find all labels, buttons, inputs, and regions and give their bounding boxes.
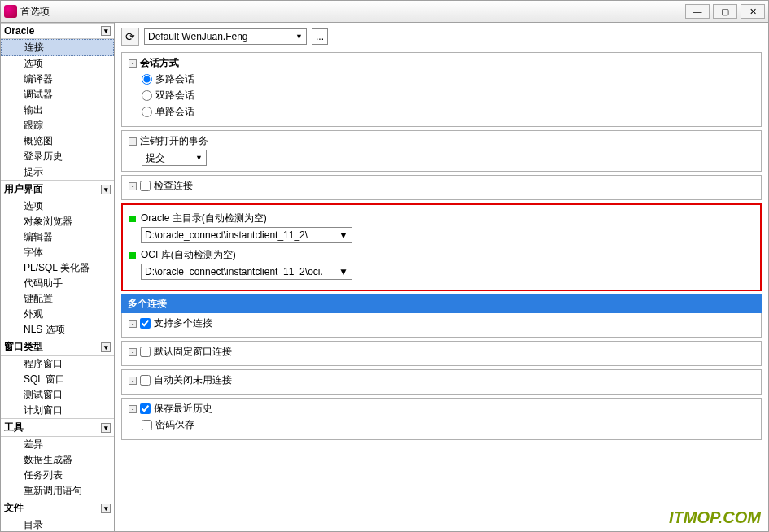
check-label: 支持多个连接 xyxy=(154,316,212,330)
collapse-icon[interactable]: ▾ xyxy=(101,185,111,194)
cat-tools[interactable]: 工具 ▾ xyxy=(1,418,114,437)
collapse-icon[interactable]: ▾ xyxy=(101,26,111,36)
collapse-toggle[interactable]: - xyxy=(129,182,137,190)
oci-lib-combo[interactable]: D:\oracle_connect\instantclient_11_2\oci… xyxy=(141,264,352,280)
oracle-home-label: Oracle 主目录(自动检测为空) xyxy=(129,211,754,225)
sidebar-item[interactable]: 字体 xyxy=(1,245,114,260)
profile-icon[interactable]: ⟳ xyxy=(121,28,139,46)
oracle-home-value: D:\oracle_connect\instantclient_11_2\ xyxy=(145,229,308,241)
multiconn-header: 多个连接 xyxy=(121,294,762,313)
sidebar-item[interactable]: 对象浏览器 xyxy=(1,214,114,229)
sidebar-item[interactable]: 重新调用语句 xyxy=(1,483,114,499)
collapse-icon[interactable]: ▾ xyxy=(101,342,111,352)
maximize-button[interactable]: ▢ xyxy=(713,4,737,19)
radio-single[interactable] xyxy=(142,107,152,117)
session-section: - 会话方式 多路会话 双路会话 单路会话 xyxy=(121,52,762,127)
cat-ui[interactable]: 用户界面 ▾ xyxy=(1,180,114,198)
oci-lib-label: OCI 库(自动检测为空) xyxy=(129,248,754,262)
multiconn-section3: - 自动关闭未用连接 xyxy=(121,369,762,395)
multiconn-section1: - 支持多个连接 xyxy=(121,313,762,338)
check-checkconn[interactable] xyxy=(140,181,151,191)
oci-lib-text: OCI 库(自动检测为空) xyxy=(141,248,236,262)
sidebar-item[interactable]: PL/SQL 美化器 xyxy=(1,260,114,276)
logoff-section: - 注销打开的事务 提交 ▼ xyxy=(121,130,762,172)
collapse-toggle[interactable]: - xyxy=(129,377,137,385)
highlight-region: Oracle 主目录(自动检测为空) D:\oracle_connect\ins… xyxy=(121,203,762,291)
sidebar-item[interactable]: 选项 xyxy=(1,56,114,72)
collapse-icon[interactable]: ▾ xyxy=(101,423,111,433)
main: Oracle ▾ 连接 选项 编译器 调试器 输出 跟踪 概览图 登录历史 提示… xyxy=(0,23,769,532)
radio-label: 双路会话 xyxy=(155,89,194,102)
chevron-down-icon: ▼ xyxy=(339,229,348,241)
watermark: ITMOP.COM xyxy=(669,508,761,527)
radio-multi[interactable] xyxy=(142,74,152,85)
sidebar: Oracle ▾ 连接 选项 编译器 调试器 输出 跟踪 概览图 登录历史 提示… xyxy=(1,23,115,531)
sidebar-item[interactable]: 概览图 xyxy=(1,133,114,149)
logoff-title: 注销打开的事务 xyxy=(140,134,208,148)
collapse-toggle[interactable]: - xyxy=(129,320,137,328)
profile-toolbar: ⟳ Default WenJuan.Feng ▼ ... xyxy=(121,28,762,46)
green-indicator-icon xyxy=(129,252,136,259)
sidebar-item[interactable]: 编译器 xyxy=(1,72,114,87)
check-default-fixed[interactable] xyxy=(140,347,151,357)
collapse-toggle[interactable]: - xyxy=(129,348,137,356)
sidebar-item[interactable]: 目录 xyxy=(1,517,114,531)
green-indicator-icon xyxy=(129,216,136,222)
sidebar-item[interactable]: 编辑器 xyxy=(1,229,114,245)
checkconn-label: 检查连接 xyxy=(154,179,193,193)
sidebar-item[interactable]: 调试器 xyxy=(1,87,114,102)
collapse-icon[interactable]: ▾ xyxy=(101,504,111,513)
cat-files[interactable]: 文件 ▾ xyxy=(1,499,114,517)
cat-label: 工具 xyxy=(4,421,24,434)
sidebar-item[interactable]: 代码助手 xyxy=(1,276,114,291)
check-label: 默认固定窗口连接 xyxy=(154,345,232,359)
sidebar-item[interactable]: 程序窗口 xyxy=(1,356,114,372)
sidebar-item[interactable]: 任务列表 xyxy=(1,468,114,483)
sidebar-item[interactable]: 外观 xyxy=(1,307,114,322)
check-save-history[interactable] xyxy=(140,403,151,414)
cat-label: 用户界面 xyxy=(4,182,43,196)
check-auto-close[interactable] xyxy=(140,375,151,386)
sidebar-item[interactable]: 测试窗口 xyxy=(1,387,114,403)
oracle-home-combo[interactable]: D:\oracle_connect\instantclient_11_2\ ▼ xyxy=(141,227,352,243)
check-save-password[interactable] xyxy=(142,420,152,430)
sidebar-item[interactable]: 差异 xyxy=(1,437,114,452)
chevron-down-icon: ▼ xyxy=(195,154,203,162)
sidebar-item-connect[interactable]: 连接 xyxy=(1,39,114,56)
ellipsis-button[interactable]: ... xyxy=(312,28,328,45)
sidebar-item[interactable]: 输出 xyxy=(1,102,114,118)
cat-wintype[interactable]: 窗口类型 ▾ xyxy=(1,338,114,356)
app-icon xyxy=(4,5,17,18)
sidebar-item[interactable]: 登录历史 xyxy=(1,149,114,164)
content-pane: ⟳ Default WenJuan.Feng ▼ ... - 会话方式 多路会话… xyxy=(115,23,768,531)
sidebar-item[interactable]: 计划窗口 xyxy=(1,403,114,418)
chevron-down-icon: ▼ xyxy=(339,266,348,277)
check-support-multi[interactable] xyxy=(140,318,151,329)
profile-combo[interactable]: Default WenJuan.Feng ▼ xyxy=(144,28,307,45)
close-button[interactable]: ✕ xyxy=(741,4,765,19)
sidebar-item[interactable]: SQL 窗口 xyxy=(1,372,114,387)
logoff-combo[interactable]: 提交 ▼ xyxy=(142,150,207,166)
sidebar-item[interactable]: 选项 xyxy=(1,198,114,214)
sidebar-item[interactable]: NLS 选项 xyxy=(1,322,114,338)
radio-label: 单路会话 xyxy=(155,105,194,119)
minimize-button[interactable]: — xyxy=(685,4,710,19)
check-label: 保存最近历史 xyxy=(154,402,212,416)
radio-dual[interactable] xyxy=(142,90,152,101)
window-title: 首选项 xyxy=(20,5,685,19)
chevron-down-icon: ▼ xyxy=(295,33,303,41)
session-title: 会话方式 xyxy=(140,56,179,70)
collapse-toggle[interactable]: - xyxy=(129,405,137,413)
collapse-toggle[interactable]: - xyxy=(129,137,137,146)
sidebar-item[interactable]: 键配置 xyxy=(1,291,114,307)
collapse-toggle[interactable]: - xyxy=(129,59,137,68)
cat-oracle[interactable]: Oracle ▾ xyxy=(1,23,114,39)
multiconn-section2: - 默认固定窗口连接 xyxy=(121,341,762,366)
oracle-home-text: Oracle 主目录(自动检测为空) xyxy=(141,211,267,225)
sidebar-item[interactable]: 提示 xyxy=(1,164,114,180)
radio-label: 多路会话 xyxy=(155,72,194,86)
multiconn-section4: - 保存最近历史 密码保存 xyxy=(121,398,762,440)
titlebar: 首选项 — ▢ ✕ xyxy=(0,0,769,23)
sidebar-item[interactable]: 跟踪 xyxy=(1,118,114,133)
sidebar-item[interactable]: 数据生成器 xyxy=(1,452,114,468)
